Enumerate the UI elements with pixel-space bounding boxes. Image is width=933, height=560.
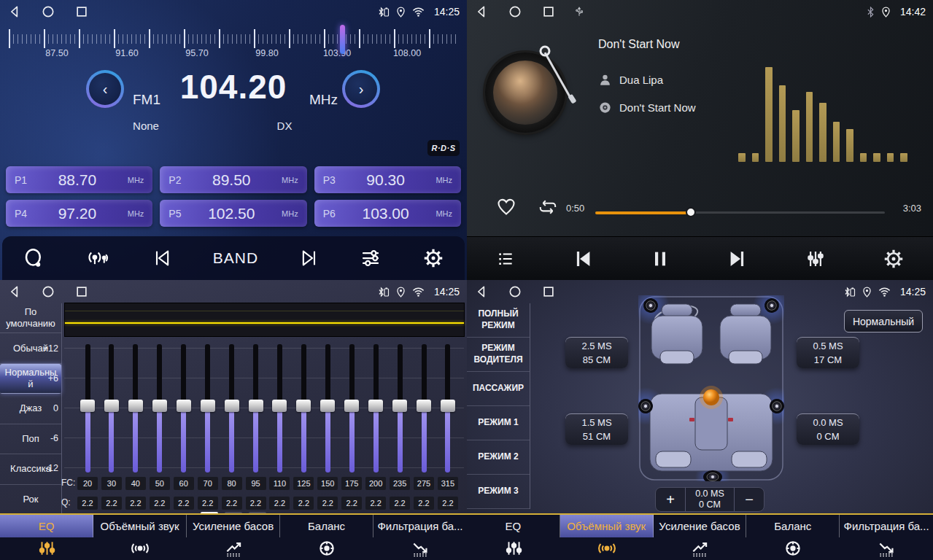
album-art-vinyl[interactable] [485,52,565,133]
tuner-scale-minor-ticks[interactable] [9,34,458,44]
surround-tab-icon[interactable] [560,537,654,559]
q-value[interactable]: 2.2 [174,497,194,510]
rear-right-delay-chip[interactable]: 0.0 MS 0 CM [797,413,859,445]
fc-value[interactable]: 30 [101,477,122,490]
slider-thumb[interactable] [320,400,335,412]
fc-value[interactable]: 40 [125,477,146,490]
q-value[interactable]: 2.2 [293,497,314,510]
eq-band-slider[interactable] [220,344,244,472]
fc-value[interactable]: 235 [390,477,410,490]
q-value[interactable]: 2.2 [390,497,410,510]
tab-label[interactable]: Усиление басов [654,515,747,537]
balance-tab-icon[interactable] [746,537,840,559]
slider-thumb[interactable] [249,400,263,412]
preset-button[interactable]: P3 90.30 MHz [314,166,461,193]
fc-value[interactable]: 150 [317,477,338,490]
eq-band-slider[interactable] [315,344,340,472]
previous-station-button[interactable] [152,248,172,268]
listening-mode-item[interactable]: РЕЖИМ ВОДИТЕЛЯ [467,338,530,372]
eq-band-slider[interactable] [387,344,412,472]
tab-label[interactable]: Объёмный звук [93,515,187,537]
listening-mode-item[interactable]: ПАССАЖИР [467,372,530,406]
listening-mode-item[interactable]: РЕЖИМ 3 [467,475,530,509]
listener-position-ball[interactable] [703,389,719,405]
fc-value[interactable]: 60 [174,477,194,490]
slider-thumb[interactable] [80,400,95,412]
eq-band-slider[interactable] [123,344,148,472]
eq-band-slider[interactable] [75,344,100,472]
preset-button[interactable]: P4 97.20 MHz [6,200,152,227]
slider-thumb[interactable] [177,400,191,412]
fc-value[interactable]: 80 [222,477,242,490]
eq-band-slider[interactable] [267,344,292,472]
eq-band-slider[interactable] [411,344,436,472]
scan-button[interactable] [23,247,44,269]
slider-thumb[interactable] [128,400,143,412]
previous-track-button[interactable] [572,248,594,270]
seek-knob[interactable] [686,207,696,217]
rear-left-delay-chip[interactable]: 1.5 MS 51 CM [565,413,628,445]
eq-band-slider[interactable] [195,344,220,472]
slider-thumb[interactable] [368,400,383,412]
tab-label[interactable]: Объёмный звук [560,515,654,537]
next-track-button[interactable] [727,248,748,270]
listening-mode-item[interactable]: РЕЖИМ 2 [467,440,530,475]
q-value[interactable]: 2.2 [365,497,386,510]
q-value[interactable]: 2.2 [150,497,170,510]
repeat-icon[interactable] [537,198,559,219]
slider-thumb[interactable] [392,400,407,412]
pause-button[interactable] [650,248,670,270]
recents-icon[interactable] [541,284,556,299]
preset-button[interactable]: P1 88.70 MHz [6,166,152,193]
slider-thumb[interactable] [417,400,431,412]
decrease-delay-button[interactable]: − [735,488,764,511]
fc-value[interactable]: 200 [365,477,386,490]
recents-icon[interactable] [74,4,89,19]
q-value[interactable]: 2.2 [438,497,458,510]
q-value[interactable]: 2.2 [101,497,122,510]
preset-button[interactable]: P2 89.50 MHz [160,166,306,193]
front-right-delay-chip[interactable]: 0.5 MS 17 CM [797,337,859,368]
tab-label[interactable]: Фильтрация ба... [373,515,467,537]
tab-label[interactable]: Баланс [280,515,373,537]
home-icon[interactable] [508,284,522,299]
back-icon[interactable] [474,4,489,19]
back-icon[interactable] [474,284,489,299]
mixer-icon[interactable] [805,248,826,270]
fc-value[interactable]: 20 [77,477,98,490]
recents-icon[interactable] [541,4,556,19]
slider-thumb[interactable] [225,400,239,412]
fc-value[interactable]: 125 [293,477,314,490]
seek-slider[interactable] [595,207,885,217]
settings-gear-icon[interactable] [883,248,905,270]
eq-band-slider[interactable] [291,344,316,472]
slider-thumb[interactable] [201,400,215,412]
back-icon[interactable] [7,4,22,19]
fc-value[interactable]: 110 [269,477,290,490]
tab-label[interactable]: EQ [467,515,560,537]
filter-tab-icon[interactable] [840,537,933,559]
fc-value[interactable]: 50 [150,477,170,490]
eq-band-slider[interactable] [147,344,172,472]
eq-tab-icon[interactable] [467,537,560,559]
q-value[interactable]: 2.2 [317,497,338,510]
eq-band-slider[interactable] [339,344,364,472]
next-station-button[interactable] [299,248,320,268]
eq-tab-icon[interactable] [0,537,93,559]
tab-label[interactable]: Баланс [746,515,840,537]
stereo-broadcast-button[interactable] [85,248,111,268]
tune-down-button[interactable]: ‹ [86,70,124,108]
tune-up-button[interactable]: › [342,70,380,108]
eq-band-slider[interactable] [244,344,268,472]
slider-thumb[interactable] [441,400,455,412]
favorite-heart-icon[interactable] [496,197,516,219]
bass-boost-tab-icon[interactable] [654,537,747,559]
equalizer-shortcut-icon[interactable] [360,247,382,269]
increase-delay-button[interactable]: + [656,488,685,511]
bass-boost-tab-icon[interactable] [187,537,280,559]
fc-value[interactable]: 175 [341,477,362,490]
q-value[interactable]: 2.2 [269,497,290,510]
q-value[interactable]: 2.2 [414,497,434,510]
home-icon[interactable] [508,4,522,19]
tab-label[interactable]: EQ [0,515,93,537]
